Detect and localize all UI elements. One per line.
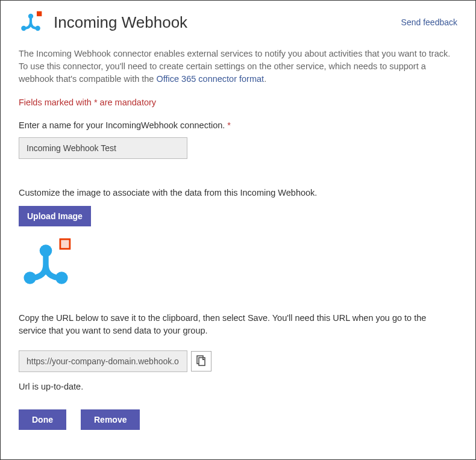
upload-image-button[interactable]: Upload Image — [19, 206, 91, 226]
page-title: Incoming Webhook — [54, 13, 187, 32]
image-customize-label: Customize the image to associate with th… — [19, 188, 457, 197]
copy-url-button[interactable] — [191, 351, 211, 371]
mandatory-fields-note: Fields marked with * are mandatory — [19, 98, 457, 107]
copy-icon — [196, 355, 206, 368]
svg-rect-9 — [61, 240, 69, 248]
office-365-format-link[interactable]: Office 365 connector format — [156, 74, 264, 84]
webhook-image-preview — [19, 237, 73, 291]
webhook-url-input[interactable] — [19, 350, 187, 372]
incoming-webhook-icon — [19, 10, 43, 34]
url-instruction-text: Copy the URL below to save it to the cli… — [19, 312, 453, 337]
header-left: Incoming Webhook — [19, 10, 187, 34]
description-text-after: . — [264, 74, 266, 84]
send-feedback-link[interactable]: Send feedback — [401, 17, 457, 27]
connector-description: The Incoming Webhook connector enables e… — [19, 48, 453, 85]
svg-rect-3 — [37, 11, 42, 16]
svg-rect-11 — [199, 358, 205, 365]
url-row — [19, 350, 457, 372]
name-field-label: Enter a name for your IncomingWebhook co… — [19, 120, 457, 130]
name-label-text: Enter a name for your IncomingWebhook co… — [19, 120, 227, 130]
header-row: Incoming Webhook Send feedback — [19, 10, 457, 34]
remove-button[interactable]: Remove — [81, 409, 140, 430]
url-status-text: Url is up-to-date. — [19, 382, 457, 391]
required-asterisk: * — [227, 120, 231, 130]
done-button[interactable]: Done — [19, 409, 66, 430]
footer-buttons: Done Remove — [19, 409, 457, 430]
connection-name-input[interactable] — [19, 137, 187, 159]
